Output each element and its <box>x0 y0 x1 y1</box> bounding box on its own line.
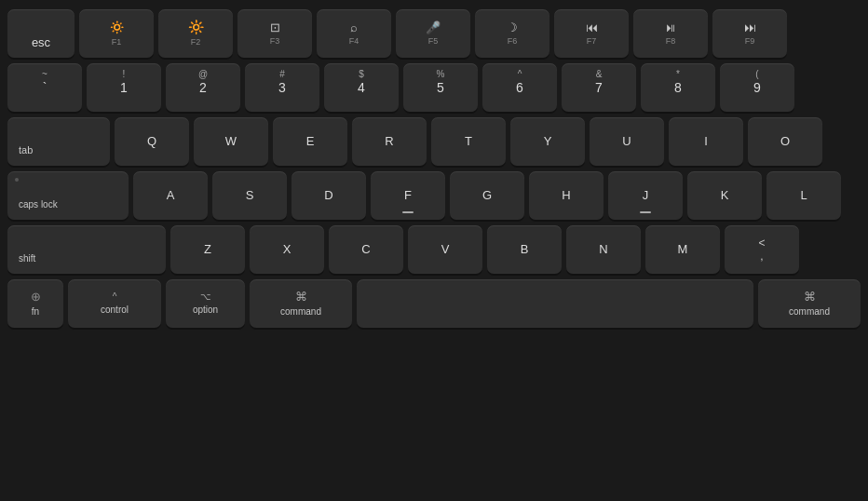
search-icon: ⌕ <box>350 20 358 35</box>
n-key[interactable]: N <box>566 225 641 274</box>
brightness-up-icon: 🔆 <box>188 20 204 35</box>
keyboard: esc 🔅 F1 🔆 F2 ⊡ F3 ⌕ F4 <box>7 9 861 328</box>
j-key[interactable]: J <box>608 171 683 220</box>
f4-label: F4 <box>349 36 359 47</box>
7-key[interactable]: & 7 <box>562 63 636 112</box>
option-key[interactable]: ⌥ option <box>166 279 245 328</box>
caps-lock-indicator <box>15 178 19 182</box>
f3-key[interactable]: ⊡ F3 <box>237 9 312 58</box>
fn-label: fn <box>32 306 39 318</box>
number-row: ~ ` ! 1 @ 2 # 3 $ 4 % 5 ^ 6 & 7 <box>7 63 861 112</box>
f8-label: F8 <box>666 36 676 47</box>
z-key[interactable]: Z <box>170 225 245 274</box>
f3-label: F3 <box>270 36 280 47</box>
q-key[interactable]: Q <box>115 117 189 166</box>
k-key[interactable]: K <box>687 171 762 220</box>
h-key[interactable]: H <box>529 171 604 220</box>
tilde-key[interactable]: ~ ` <box>7 63 82 112</box>
globe-icon: ⊕ <box>31 290 41 305</box>
f5-label: F5 <box>428 36 439 47</box>
rewind-icon: ⏮ <box>586 20 598 35</box>
o-key[interactable]: O <box>748 117 822 166</box>
control-caret-icon: ^ <box>113 291 117 303</box>
f7-label: F7 <box>587 36 597 47</box>
command-left-icon: ⌘ <box>295 290 307 305</box>
v-key[interactable]: V <box>408 225 482 274</box>
x-key[interactable]: X <box>250 225 324 274</box>
g-key[interactable]: G <box>450 171 524 220</box>
s-key[interactable]: S <box>212 171 287 220</box>
l-key[interactable]: L <box>766 171 841 220</box>
play-pause-icon: ⏯ <box>665 20 677 35</box>
f8-key[interactable]: ⏯ F8 <box>633 9 708 58</box>
do-not-disturb-icon: ☽ <box>507 20 518 35</box>
command-right-label: command <box>789 306 830 318</box>
f4-key[interactable]: ⌕ F4 <box>317 9 391 58</box>
e-key[interactable]: E <box>273 117 347 166</box>
f7-key[interactable]: ⏮ F7 <box>554 9 629 58</box>
asdf-row: caps lock A S D F G H J K L <box>7 171 861 220</box>
fn-key[interactable]: ⊕ fn <box>7 279 63 328</box>
qwerty-row: tab Q W E R T Y U I O <box>7 117 861 166</box>
6-key[interactable]: ^ 6 <box>482 63 557 112</box>
f2-label: F2 <box>191 37 201 47</box>
command-right-key[interactable]: ⌘ command <box>758 279 861 328</box>
f9-key[interactable]: ⏭ F9 <box>712 9 787 58</box>
spacebar-key[interactable] <box>357 279 753 328</box>
tab-label: tab <box>19 144 33 156</box>
5-key[interactable]: % 5 <box>403 63 478 112</box>
control-label: control <box>101 305 129 316</box>
command-left-label: command <box>280 306 321 318</box>
f2-key[interactable]: 🔆 F2 <box>158 9 233 58</box>
shift-left-label: shift <box>19 253 35 264</box>
c-key[interactable]: C <box>329 225 403 274</box>
option-icon: ⌥ <box>200 291 211 303</box>
f-key[interactable]: F <box>371 171 445 220</box>
esc-label: esc <box>32 35 50 50</box>
8-key[interactable]: * 8 <box>641 63 715 112</box>
w-key[interactable]: W <box>194 117 268 166</box>
comma-key[interactable]: < , <box>725 225 799 274</box>
esc-key[interactable]: esc <box>7 9 75 58</box>
j-tactile-bump <box>640 211 651 213</box>
f6-label: F6 <box>508 36 518 47</box>
brightness-down-icon: 🔅 <box>109 20 125 35</box>
option-label: option <box>193 305 218 316</box>
caps-lock-label: caps lock <box>19 199 58 210</box>
zxcv-row: shift Z X C V B N M < , <box>7 225 861 274</box>
f1-label: F1 <box>112 37 122 47</box>
d-key[interactable]: D <box>292 171 366 220</box>
t-key[interactable]: T <box>431 117 506 166</box>
b-key[interactable]: B <box>487 225 562 274</box>
i-key[interactable]: I <box>669 117 743 166</box>
u-key[interactable]: U <box>590 117 664 166</box>
command-left-key[interactable]: ⌘ command <box>250 279 352 328</box>
m-key[interactable]: M <box>645 225 720 274</box>
f1-key[interactable]: 🔅 F1 <box>79 9 154 58</box>
fn-row: esc 🔅 F1 🔆 F2 ⊡ F3 ⌕ F4 <box>7 9 861 58</box>
f9-label: F9 <box>745 36 755 47</box>
caps-lock-key[interactable]: caps lock <box>7 171 129 220</box>
mission-control-icon: ⊡ <box>270 20 280 35</box>
control-key[interactable]: ^ control <box>68 279 161 328</box>
command-right-icon: ⌘ <box>804 290 816 305</box>
f-tactile-bump <box>402 211 414 213</box>
2-key[interactable]: @ 2 <box>166 63 240 112</box>
fast-forward-icon: ⏭ <box>744 20 756 35</box>
1-key[interactable]: ! 1 <box>87 63 161 112</box>
bottom-row: ⊕ fn ^ control ⌥ option ⌘ command ⌘ comm… <box>7 279 861 328</box>
3-key[interactable]: # 3 <box>245 63 319 112</box>
9-key[interactable]: ( 9 <box>720 63 794 112</box>
r-key[interactable]: R <box>352 117 427 166</box>
f5-key[interactable]: 🎤 F5 <box>396 9 470 58</box>
shift-left-key[interactable]: shift <box>7 225 166 274</box>
tab-key[interactable]: tab <box>7 117 110 166</box>
f6-key[interactable]: ☽ F6 <box>475 9 549 58</box>
y-key[interactable]: Y <box>510 117 585 166</box>
4-key[interactable]: $ 4 <box>324 63 399 112</box>
mic-icon: 🎤 <box>426 20 441 35</box>
a-key[interactable]: A <box>133 171 208 220</box>
